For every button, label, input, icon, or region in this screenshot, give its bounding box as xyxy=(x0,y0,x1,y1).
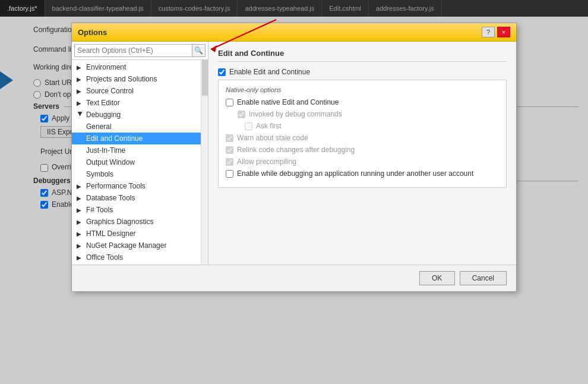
tree-item-text-editor[interactable]: ▶ Text Editor xyxy=(72,97,208,109)
ask-first-row: Ask first xyxy=(226,122,499,130)
tree-arrow-office: ▶ xyxy=(77,254,84,261)
tree-item-graphics-label: Graphics Diagnostics xyxy=(86,218,153,226)
tree-item-source-control[interactable]: ▶ Source Control xyxy=(72,85,208,97)
tree-item-output-window-label: Output Window xyxy=(86,158,135,166)
relink-checkbox[interactable] xyxy=(226,146,233,154)
tree-item-database-tools[interactable]: ▶ Database Tools xyxy=(72,192,208,204)
search-icon: 🔍 xyxy=(192,44,206,57)
tree-item-symbols[interactable]: Symbols xyxy=(72,168,208,180)
modal-help-button[interactable]: ? xyxy=(482,27,495,37)
tree-item-fsharp-label: F# Tools xyxy=(86,206,113,214)
invoked-row: Invoked by debug commands xyxy=(226,110,499,118)
enable-edit-continue-row: Enable Edit and Continue xyxy=(218,68,507,76)
tree-item-just-in-time[interactable]: Just-In-Time xyxy=(72,144,208,156)
tab-addresses-factory[interactable]: addresses-factory.js xyxy=(369,0,442,17)
enable-while-checkbox[interactable] xyxy=(226,170,233,178)
content-section-title: Edit and Continue xyxy=(218,49,507,62)
tree-search-input[interactable] xyxy=(74,44,192,57)
tree-item-performance-tools[interactable]: ▶ Performance Tools xyxy=(72,180,208,192)
options-modal: Options ? × 🔍 ▶ xyxy=(71,23,517,292)
enable-edit-continue-checkbox[interactable] xyxy=(218,68,226,76)
tree-item-source-label: Source Control xyxy=(86,87,134,95)
tree-item-output-window[interactable]: Output Window xyxy=(72,156,208,168)
tree-arrow-projects: ▶ xyxy=(77,76,84,83)
tree-list: ▶ Environment ▶ Projects and Solutions ▶… xyxy=(72,60,208,265)
tree-item-graphics-diagnostics[interactable]: ▶ Graphics Diagnostics xyxy=(72,216,208,228)
tree-search-bar: 🔍 xyxy=(72,42,208,60)
ask-first-label: Ask first xyxy=(256,122,282,130)
tree-item-edit-continue-label: Edit and Continue xyxy=(86,134,143,143)
tree-item-projects-solutions[interactable]: ▶ Projects and Solutions xyxy=(72,73,208,85)
native-enable-checkbox[interactable] xyxy=(226,99,233,106)
ok-button[interactable]: OK xyxy=(419,271,455,285)
tree-arrow-environment: ▶ xyxy=(77,64,84,71)
relink-row: Relink code changes after debugging xyxy=(226,146,499,154)
enable-edit-continue-label: Enable Edit and Continue xyxy=(229,68,310,76)
relink-label: Relink code changes after debugging xyxy=(237,146,355,154)
allow-precompile-checkbox[interactable] xyxy=(226,158,233,166)
tree-scrollbar[interactable] xyxy=(201,60,208,265)
native-options-title: Native-only options xyxy=(226,86,499,93)
warn-stale-checkbox[interactable] xyxy=(226,134,233,142)
modal-body: 🔍 ▶ Environment ▶ Projects and Solutions xyxy=(72,42,516,265)
tree-arrow-text: ▶ xyxy=(77,100,84,106)
tree-item-debugging[interactable]: ▶ Debugging xyxy=(72,109,208,121)
modal-title: Options xyxy=(78,28,107,37)
invoked-checkbox[interactable] xyxy=(238,111,245,118)
tree-arrow-nuget: ▶ xyxy=(77,243,84,249)
ask-first-checkbox[interactable] xyxy=(245,122,252,130)
tree-item-general-label: General xyxy=(86,122,112,131)
tree-item-html-label: HTML Designer xyxy=(86,229,136,238)
tree-arrow-source: ▶ xyxy=(77,88,84,95)
modal-controls: ? × xyxy=(482,27,510,37)
allow-precompile-row: Allow precompiling xyxy=(226,158,499,166)
tree-arrow-fsharp: ▶ xyxy=(77,207,84,213)
invoked-label: Invoked by debug commands xyxy=(249,110,342,118)
native-enable-row: Enable native Edit and Continue xyxy=(226,98,499,106)
modal-overlay: Options ? × 🔍 ▶ xyxy=(0,17,588,384)
tree-arrow-debugging: ▶ xyxy=(77,111,84,118)
warn-stale-label: Warn about stale code xyxy=(237,134,308,142)
tab-bar: .factory.js* backend-classifier-typeahea… xyxy=(0,0,588,17)
tree-arrow-performance: ▶ xyxy=(77,183,84,190)
tree-item-nuget-label: NuGet Package Manager xyxy=(86,241,166,250)
modal-titlebar: Options ? × xyxy=(72,23,516,42)
tree-item-text-label: Text Editor xyxy=(86,99,120,107)
tree-item-performance-label: Performance Tools xyxy=(86,182,146,190)
enable-while-label: Enable while debugging an application ru… xyxy=(237,169,473,178)
content-panel: Edit and Continue Enable Edit and Contin… xyxy=(208,42,516,265)
cancel-button[interactable]: Cancel xyxy=(460,271,507,285)
tree-item-environment-label: Environment xyxy=(86,63,126,71)
tree-item-html-designer[interactable]: ▶ HTML Designer xyxy=(72,228,208,240)
tree-item-projects-label: Projects and Solutions xyxy=(86,75,157,83)
tree-item-just-in-time-label: Just-In-Time xyxy=(86,146,125,155)
tab-backend[interactable]: backend-classifier-typeahead.js xyxy=(45,0,151,17)
enable-while-row: Enable while debugging an application ru… xyxy=(226,169,499,178)
tree-item-office-label: Office Tools xyxy=(86,253,123,262)
tree-item-debugging-label: Debugging xyxy=(86,111,121,119)
native-options-group: Native-only options Enable native Edit a… xyxy=(218,80,507,188)
tree-arrow-graphics: ▶ xyxy=(77,219,84,225)
main-area: Configuration: N/A Platform: N/A Command… xyxy=(0,17,588,384)
tab-edit-cshtml[interactable]: Edit.cshtml xyxy=(322,0,369,17)
tree-item-symbols-label: Symbols xyxy=(86,170,113,178)
tree-arrow-html: ▶ xyxy=(77,231,84,237)
native-enable-label: Enable native Edit and Continue xyxy=(237,98,339,106)
warn-stale-row: Warn about stale code xyxy=(226,134,499,142)
tree-item-fsharp-tools[interactable]: ▶ F# Tools xyxy=(72,204,208,216)
tree-arrow-database: ▶ xyxy=(77,195,84,202)
tree-item-general[interactable]: General xyxy=(72,121,208,133)
tree-panel: 🔍 ▶ Environment ▶ Projects and Solutions xyxy=(72,42,208,265)
tree-item-environment[interactable]: ▶ Environment xyxy=(72,61,208,73)
allow-precompile-label: Allow precompiling xyxy=(237,158,296,166)
modal-close-button[interactable]: × xyxy=(497,27,510,37)
tab-factory[interactable]: .factory.js* xyxy=(0,0,45,17)
tree-item-nuget[interactable]: ▶ NuGet Package Manager xyxy=(72,240,208,251)
tree-item-edit-continue[interactable]: Edit and Continue xyxy=(72,133,208,144)
tree-item-office-tools[interactable]: ▶ Office Tools xyxy=(72,251,208,263)
tab-addresses-typeahead[interactable]: addresses-typeahead.js xyxy=(238,0,322,17)
tree-item-database-label: Database Tools xyxy=(86,194,135,202)
tree-scrollbar-thumb[interactable] xyxy=(202,60,208,96)
tab-customs[interactable]: customs-codes-factory.js xyxy=(151,0,238,17)
modal-footer: OK Cancel xyxy=(72,265,516,291)
